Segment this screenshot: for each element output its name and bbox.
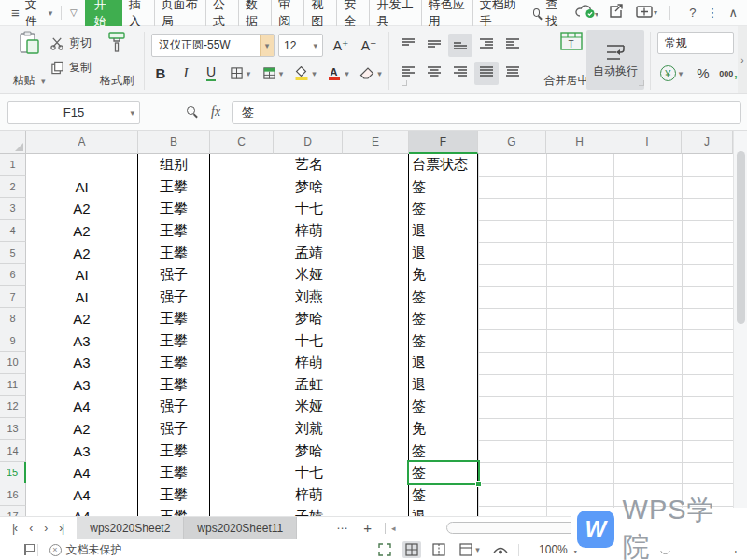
cell-A16[interactable]: A4 (26, 483, 138, 507)
cell-C5[interactable]: 孟靖 (210, 242, 409, 265)
cell-A1[interactable] (26, 154, 138, 177)
font-size-select[interactable]: 12▾ (278, 34, 323, 57)
cell-B7[interactable]: 强子 (138, 286, 210, 309)
cell-A8[interactable]: A2 (26, 308, 138, 331)
cell-C9[interactable]: 十七 (210, 329, 409, 353)
sheet-tab-wps2020Sheet11[interactable]: wps2020Sheet11 (184, 517, 297, 539)
menu-tab-插入[interactable]: 插入 (122, 0, 154, 26)
cloud-sync-icon[interactable]: ▾ (575, 5, 598, 21)
italic-button[interactable]: I (175, 62, 197, 85)
help-icon[interactable]: ? (689, 6, 696, 20)
cell-F4[interactable]: 退 (409, 220, 478, 244)
wrap-text-button[interactable]: 自动换行 (586, 30, 644, 90)
borders-button[interactable]: ▾ (225, 62, 255, 85)
magnifier-icon[interactable] (187, 106, 195, 115)
justify-button[interactable] (474, 62, 499, 85)
row-header-15[interactable]: 15 (0, 462, 26, 484)
currency-format-button[interactable]: ¥▾ (655, 62, 687, 85)
cell-B10[interactable]: 王攀 (138, 352, 210, 375)
cell-F6[interactable]: 免 (409, 264, 478, 287)
cell-F3[interactable]: 签 (409, 198, 478, 221)
cell-A6[interactable]: AI (26, 264, 138, 287)
cell-A12[interactable]: A4 (26, 396, 138, 419)
prev-sheet-button[interactable]: ‹ (29, 522, 32, 535)
menu-tab-审阅[interactable]: 审阅 (271, 0, 303, 26)
cell-B6[interactable]: 强子 (138, 264, 210, 287)
distribute-button[interactable] (500, 62, 525, 85)
column-header-C[interactable]: C (210, 131, 274, 154)
row-header-2[interactable]: 2 (0, 176, 26, 199)
fullscreen-icon[interactable] (375, 541, 394, 558)
scroll-left-icon[interactable]: ◂ (391, 524, 396, 533)
row-header-17[interactable]: 17 (0, 506, 26, 516)
menu-tab-安全[interactable]: 安全 (336, 0, 369, 26)
align-top-button[interactable] (396, 34, 420, 57)
first-sheet-button[interactable]: |‹ (12, 522, 17, 535)
cell-A2[interactable]: AI (26, 176, 138, 200)
cell-F7[interactable]: 签 (409, 286, 478, 309)
row-header-13[interactable]: 13 (0, 418, 26, 441)
cell-B17[interactable]: 王攀 (138, 506, 210, 516)
file-menu[interactable]: 文件 (25, 0, 46, 30)
cell-A5[interactable]: A2 (26, 242, 138, 265)
decrease-indent-button[interactable] (474, 34, 499, 57)
row-header-14[interactable]: 14 (0, 440, 26, 462)
cell-C14[interactable]: 梦哈 (210, 440, 409, 463)
cell-B8[interactable]: 王攀 (138, 308, 210, 331)
cell-A10[interactable]: A3 (26, 352, 138, 375)
align-left-button[interactable] (396, 62, 420, 85)
page-break-view-icon[interactable] (430, 541, 448, 558)
column-header-B[interactable]: B (138, 131, 210, 154)
cell-F10[interactable]: 退 (409, 352, 478, 375)
menu-tab-开发工具[interactable]: 开发工具 (369, 0, 420, 26)
cell-B3[interactable]: 王攀 (138, 198, 210, 221)
cell-C17[interactable]: 子婧 (210, 506, 409, 516)
cell-A13[interactable]: A2 (26, 418, 138, 441)
cell-F13[interactable]: 免 (409, 418, 478, 441)
underline-button[interactable]: U (200, 62, 222, 85)
cell-F16[interactable]: 签 (409, 483, 478, 507)
column-header-F[interactable]: F (409, 131, 478, 154)
cell-B16[interactable]: 王攀 (138, 483, 210, 507)
cell-F17[interactable]: 退 (409, 506, 478, 516)
cell-F12[interactable]: 签 (409, 396, 478, 419)
cell-A4[interactable]: A2 (26, 220, 138, 244)
fill-color-button[interactable]: ▾ (290, 62, 320, 85)
cell-B13[interactable]: 强子 (138, 418, 210, 441)
selected-cell-F15[interactable] (407, 460, 480, 486)
align-middle-button[interactable] (422, 34, 446, 57)
cell-F11[interactable]: 退 (409, 374, 478, 398)
sheet-tab-wps2020Sheet2[interactable]: wps2020Sheet2 (77, 517, 184, 539)
eye-protection-icon[interactable] (491, 541, 510, 558)
next-sheet-button[interactable]: › (44, 522, 47, 535)
cell-B14[interactable]: 王攀 (138, 440, 210, 463)
align-bottom-button[interactable] (448, 34, 472, 57)
cell-A15[interactable]: A4 (26, 462, 138, 485)
cell-A3[interactable]: A2 (26, 198, 138, 221)
cell-C11[interactable]: 孟虹 (210, 374, 409, 398)
font-color-button[interactable]: A▾ (323, 62, 353, 85)
menu-tab-数据[interactable]: 数据 (238, 0, 271, 26)
cell-A14[interactable]: A3 (26, 440, 138, 463)
cell-B15[interactable]: 王攀 (138, 462, 210, 485)
cell-C15[interactable]: 十七 (210, 462, 409, 485)
cell-A9[interactable]: A3 (26, 329, 138, 353)
column-header-G[interactable]: G (478, 131, 546, 154)
column-header-D[interactable]: D (274, 131, 343, 154)
cell-C13[interactable]: 刘就 (210, 418, 409, 441)
formula-input[interactable]: 签 (232, 101, 741, 124)
vertical-scrollbar[interactable] (733, 131, 747, 516)
row-header-8[interactable]: 8 (0, 308, 26, 330)
row-header-4[interactable]: 4 (0, 220, 26, 243)
cell-A11[interactable]: A3 (26, 374, 138, 398)
font-dropdown-icon[interactable]: ▾ (260, 35, 274, 56)
cell-C16[interactable]: 梓萌 (210, 483, 409, 507)
row-header-10[interactable]: 10 (0, 352, 26, 374)
cell-B9[interactable]: 王攀 (138, 329, 210, 353)
cell-C3[interactable]: 十七 (210, 198, 409, 221)
cell-C1[interactable]: 艺名 (210, 154, 409, 177)
row-header-11[interactable]: 11 (0, 374, 26, 397)
cell-F5[interactable]: 退 (409, 242, 478, 265)
cell-B11[interactable]: 王攀 (138, 374, 210, 398)
cell-B12[interactable]: 强子 (138, 396, 210, 419)
